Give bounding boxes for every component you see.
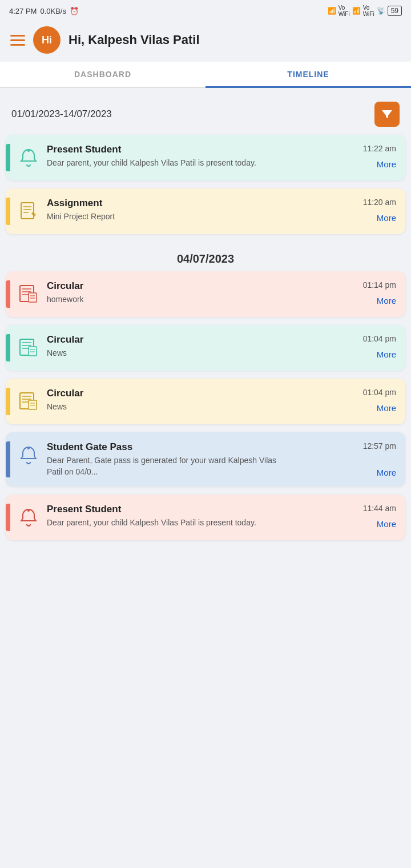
card-title: Present Student [47, 144, 121, 155]
card-more-button[interactable]: More [377, 468, 396, 477]
svg-rect-23 [29, 400, 37, 409]
card-more-button[interactable]: More [377, 403, 396, 413]
main-content: 01/01/2023-14/07/2023 Present Student 11… [0, 88, 411, 560]
card-more-button[interactable]: More [377, 159, 396, 169]
card-more-button[interactable]: More [377, 213, 396, 223]
card-accent-bar [6, 144, 10, 171]
card-title: Circular [47, 388, 83, 399]
bell-icon [17, 146, 40, 169]
card-accent-bar [6, 198, 10, 225]
card-icon-wrap [10, 280, 47, 308]
card-body: Circular 01:04 pm News More [47, 334, 396, 359]
svg-rect-16 [29, 347, 37, 356]
card-body: Present Student 11:22 am Dear parent, yo… [47, 144, 396, 169]
tab-timeline[interactable]: TIMELINE [206, 62, 411, 87]
bell-icon [17, 506, 40, 529]
card-accent-bar [6, 441, 10, 477]
status-speed: 0.0KB/s [40, 7, 66, 15]
card-more-button[interactable]: More [377, 296, 396, 306]
status-time: 4:27 PM [9, 7, 37, 15]
date-filter-row: 01/01/2023-14/07/2023 [6, 94, 405, 135]
card-icon-wrap [10, 198, 47, 225]
list-item: Assignment 11:20 am Mini Project Report … [6, 188, 405, 234]
tab-dashboard[interactable]: DASHBOARD [0, 62, 206, 87]
filter-icon [380, 107, 394, 121]
card-icon-wrap [10, 504, 47, 531]
status-bar: 4:27 PM 0.0KB/s ⏰ 📶 VoWiFi 📶 VoWiFi 📡 59 [0, 0, 411, 21]
signal-icon: 📶 [328, 7, 336, 15]
card-title: Present Student [47, 504, 121, 515]
avatar: Hi [33, 26, 61, 54]
card-accent-bar [6, 280, 10, 308]
bell-icon [17, 444, 40, 467]
card-time: 11:20 am [363, 198, 396, 207]
section-date: 04/07/2023 [6, 242, 405, 271]
user-name: Kalpesh Vilas Patil [88, 33, 199, 47]
card-title: Assignment [47, 198, 102, 209]
alarm-icon: ⏰ [70, 7, 79, 15]
card-accent-bar [6, 334, 10, 361]
circular-icon [17, 283, 40, 306]
card-icon-wrap [10, 388, 47, 415]
svg-rect-1 [21, 203, 34, 219]
battery-indicator: 59 [388, 6, 402, 16]
card-title: Student Gate Pass [47, 441, 132, 453]
card-desc: homework [47, 294, 84, 306]
vo-wifi-label2: VoWiFi [363, 5, 374, 17]
card-icon-wrap [10, 441, 47, 469]
card-time: 01:04 pm [363, 334, 396, 343]
card-body: Present Student 11:44 am Dear parent, yo… [47, 504, 396, 529]
list-item: Circular 01:14 pm homework More [6, 271, 405, 317]
card-desc: Dear parent, your child Kalpesh Vilas Pa… [47, 517, 256, 529]
svg-rect-9 [29, 293, 37, 302]
card-time: 01:14 pm [363, 280, 396, 290]
card-desc: Mini Project Report [47, 211, 115, 223]
card-title: Circular [47, 280, 83, 292]
card-desc: News [47, 348, 67, 359]
card-time: 11:22 am [363, 144, 396, 153]
vo-wifi-label: VoWiFi [339, 5, 350, 17]
card-more-button[interactable]: More [377, 519, 396, 529]
card-desc: Dear parent, your child Kalpesh Vilas Pa… [47, 158, 256, 169]
svg-point-26 [27, 447, 30, 449]
card-accent-bar [6, 504, 10, 531]
card-desc: Dear Parent, Gate pass is generated for … [47, 455, 292, 477]
circular-icon [17, 390, 40, 413]
menu-button[interactable] [10, 35, 25, 46]
svg-point-27 [27, 509, 30, 512]
status-right: 📶 VoWiFi 📶 VoWiFi 📡 59 [328, 5, 402, 17]
greeting-text: Hi, [68, 33, 84, 47]
svg-point-0 [27, 150, 30, 152]
list-item: Present Student 11:44 am Dear parent, yo… [6, 495, 405, 540]
card-more-button[interactable]: More [377, 349, 396, 359]
app-header: Hi Hi, Kalpesh Vilas Patil [0, 21, 411, 62]
circular-icon [17, 336, 40, 359]
card-body: Assignment 11:20 am Mini Project Report … [47, 198, 396, 223]
card-icon-wrap [10, 144, 47, 171]
card-accent-bar [6, 388, 10, 415]
tab-bar: DASHBOARD TIMELINE [0, 62, 411, 88]
date-range-text: 01/01/2023-14/07/2023 [11, 108, 112, 120]
card-desc: News [47, 401, 67, 413]
card-icon-wrap [10, 334, 47, 361]
signal-icon2: 📶 [352, 7, 361, 15]
list-item: Present Student 11:22 am Dear parent, yo… [6, 135, 405, 180]
card-time: 11:44 am [363, 504, 396, 513]
filter-button[interactable] [374, 102, 400, 127]
assignment-icon [17, 200, 40, 223]
card-title: Circular [47, 334, 83, 345]
card-body: Circular 01:14 pm homework More [47, 280, 396, 306]
list-item: Circular 01:04 pm News More [6, 325, 405, 371]
card-time: 12:57 pm [363, 441, 396, 451]
list-item: Circular 01:04 pm News More [6, 379, 405, 424]
header-title: Hi, Kalpesh Vilas Patil [68, 33, 200, 47]
card-body: Student Gate Pass 12:57 pm Dear Parent, … [47, 441, 396, 477]
list-item: Student Gate Pass 12:57 pm Dear Parent, … [6, 432, 405, 487]
card-time: 01:04 pm [363, 388, 396, 397]
card-body: Circular 01:04 pm News More [47, 388, 396, 413]
wifi-icon: 📡 [377, 7, 385, 15]
